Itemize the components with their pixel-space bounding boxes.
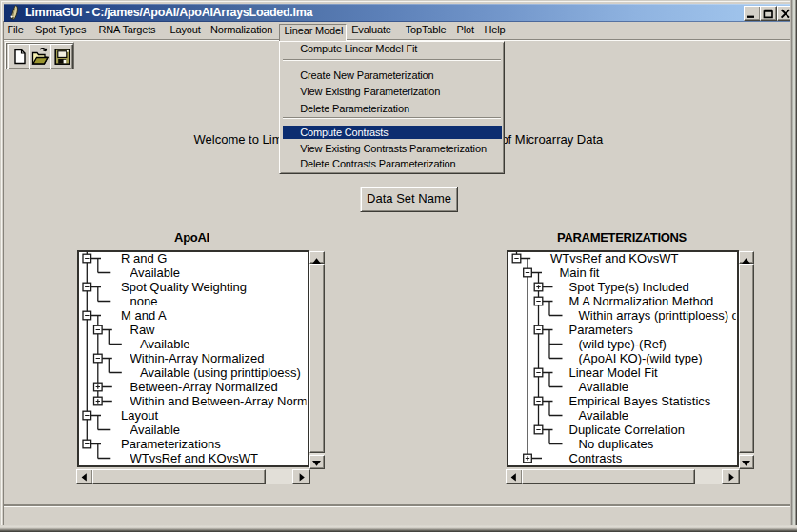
svg-text:No duplicates: No duplicates — [579, 437, 654, 451]
svg-text:Within-Array Normalized: Within-Array Normalized — [130, 351, 265, 365]
svg-text:R and G: R and G — [121, 251, 167, 266]
svg-text:Empirical Bayes Statistics: Empirical Bayes Statistics — [569, 394, 711, 408]
svg-text:Parameters: Parameters — [569, 323, 634, 337]
svg-text:Main fit: Main fit — [560, 266, 600, 280]
svg-text:(ApoAI KO)-(wild type): (ApoAI KO)-(wild type) — [579, 351, 703, 365]
svg-text:Available (using printtiploess: Available (using printtiploess) — [140, 365, 301, 380]
svg-text:Available: Available — [579, 380, 629, 394]
svg-text:(wild type)-(Ref): (wild type)-(Ref) — [579, 337, 667, 351]
svg-text:Spot Quality Weighting: Spot Quality Weighting — [121, 280, 247, 294]
svg-text:Within and Between-Array Norma: Within and Between-Array Normalized — [130, 394, 340, 408]
svg-text:Layout: Layout — [121, 408, 158, 423]
svg-text:WTvsRef and KOvsWT: WTvsRef and KOvsWT — [130, 451, 258, 465]
svg-text:Available: Available — [579, 408, 629, 423]
svg-text:Spot Type(s) Included: Spot Type(s) Included — [569, 280, 689, 294]
svg-text:M A Normalization Method: M A Normalization Method — [569, 294, 714, 308]
svg-text:none: none — [130, 294, 158, 308]
svg-text:Raw: Raw — [130, 323, 156, 337]
svg-text:Duplicate Correlation: Duplicate Correlation — [569, 423, 685, 437]
svg-text:Within arrays (printtiploess): Within arrays (printtiploess) only — [579, 308, 755, 323]
svg-text:Contrasts: Contrasts — [569, 451, 623, 465]
svg-text:Available: Available — [130, 266, 181, 280]
svg-text:Between-Array Normalized: Between-Array Normalized — [130, 380, 278, 394]
svg-text:Available: Available — [140, 337, 190, 351]
svg-text:Available: Available — [130, 423, 181, 437]
svg-text:WTvsRef and KOvsWT: WTvsRef and KOvsWT — [550, 251, 678, 266]
svg-text:Linear Model Fit: Linear Model Fit — [569, 365, 659, 380]
svg-text:M and A: M and A — [121, 308, 167, 323]
svg-text:Parameterizations: Parameterizations — [121, 437, 221, 451]
